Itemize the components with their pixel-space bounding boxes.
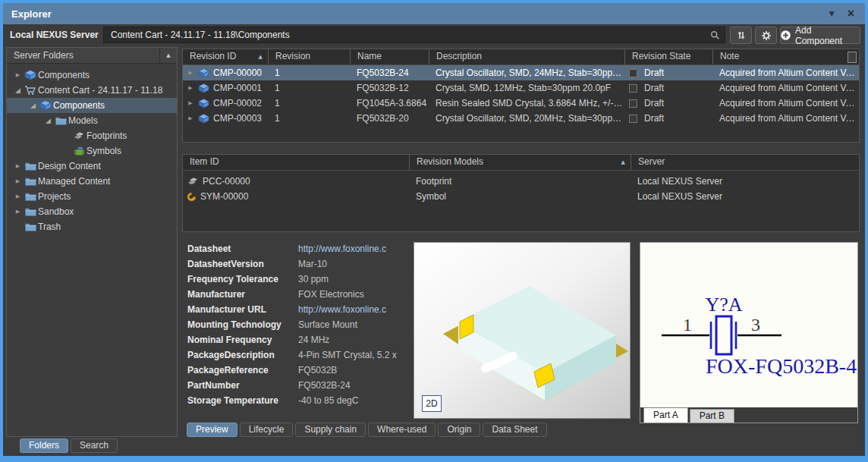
panel-footer-tabs: Folders Search	[20, 438, 118, 453]
property-label: PackageDescription	[182, 350, 298, 360]
models-table: Item ID Revision Models▲ Server PCC-0000…	[182, 154, 860, 232]
tree-item-label: Content Cart - 24.11.17 - 11.18	[38, 85, 162, 96]
property-label: PackageReference	[182, 365, 298, 376]
column-header-revision-models[interactable]: Revision Models▲	[409, 155, 631, 170]
expand-icon[interactable]: ▶	[13, 209, 23, 215]
table-row[interactable]: ▶CMP-00001 1 FQ5032B-12 Crystal, SMD, 12…	[183, 80, 859, 96]
table-row[interactable]: ▶CMP-00002 1 FQ1045A-3.6864 Resin Sealed…	[183, 96, 859, 111]
expand-icon[interactable]: ▶	[13, 178, 23, 184]
expand-icon[interactable]: ▶	[13, 163, 23, 169]
server: Local NEXUS Server	[631, 174, 859, 189]
property-label: Storage Temperature	[182, 395, 298, 406]
tree-item-projects[interactable]: ▶ Projects	[7, 189, 177, 204]
property-value: 24 MHz	[298, 335, 411, 345]
collapse-icon[interactable]: ◢	[13, 86, 23, 94]
revision-id: CMP-00002	[213, 96, 262, 111]
tree-item-models[interactable]: ◢ Models	[7, 113, 177, 128]
breadcrumb-input[interactable]: Content Cart - 24.11.17 - 11.18\Componen…	[103, 27, 725, 43]
property-label: Manufacturer URL	[182, 304, 298, 315]
revision: 1	[268, 80, 350, 96]
tree-item-content-cart[interactable]: ◢ Content Cart - 24.11.17 - 11.18	[7, 83, 177, 98]
expand-icon[interactable]: ▶	[13, 193, 23, 200]
expand-icon[interactable]: ▶	[187, 111, 194, 126]
name: FQ1045A-3.6864	[350, 96, 429, 111]
property-label: Mounting Technology	[182, 319, 298, 330]
table-row[interactable]: ▶CMP-00003 1 FQ5032B-20 Crystal Oscillat…	[183, 111, 859, 126]
settings-button[interactable]	[755, 27, 777, 44]
revision-state-checkbox[interactable]	[629, 115, 637, 123]
server-folders-title: Server Folders	[14, 50, 74, 61]
property-value-link[interactable]: http://www.foxonline.c	[298, 244, 411, 254]
sort-asc-icon: ▲	[259, 50, 263, 64]
tab-part-a[interactable]: Part A	[643, 407, 688, 423]
collapse-panel-icon[interactable]: ▲	[159, 48, 177, 63]
expand-icon[interactable]: ▶	[187, 80, 194, 96]
tree-item-design-content[interactable]: ▶ Design Content	[7, 159, 177, 174]
tree-item-components-selected[interactable]: ◢ Components	[7, 98, 177, 113]
expand-icon[interactable]: ▶	[187, 96, 194, 111]
property-label: DatasheetVersion	[182, 259, 298, 269]
column-header-name[interactable]: Name	[350, 49, 429, 64]
3d-crystal-model	[414, 243, 630, 418]
tree-item-components-root[interactable]: ▶ Components	[7, 68, 177, 83]
tab-preview[interactable]: Preview	[187, 423, 237, 437]
description: Crystal Oscillator, SMD, 20MHz, Stab=30p…	[429, 111, 624, 126]
table-customize-button[interactable]	[848, 52, 857, 63]
3d-preview-viewport[interactable]: 2D	[414, 242, 631, 419]
name: FQ5032B-12	[350, 80, 429, 96]
collapse-icon[interactable]: ◢	[43, 117, 53, 124]
symbol-canvas[interactable]: Y?A 1 3 FOX-FQ5032B-4	[640, 243, 857, 407]
revision-state-checkbox[interactable]	[629, 99, 637, 108]
tree-item-managed-content[interactable]: ▶ Managed Content	[7, 174, 177, 189]
search-icon[interactable]	[710, 30, 720, 40]
tree-item-sandbox[interactable]: ▶ Sandbox	[7, 204, 177, 219]
tab-supply-chain[interactable]: Supply chain	[295, 423, 366, 437]
close-icon[interactable]: ×	[848, 8, 854, 19]
tree-item-label: Design Content	[38, 161, 101, 171]
column-header-revision[interactable]: Revision	[268, 49, 350, 64]
component-icon	[23, 70, 38, 80]
panel-menu-caret-icon[interactable]: ▼	[829, 10, 835, 17]
property-value: FQ5032B	[298, 365, 411, 376]
refresh-button[interactable]	[730, 27, 752, 44]
tree-item-trash[interactable]: Trash	[7, 219, 177, 234]
table-row[interactable]: PCC-00000 Footprint Local NEXUS Server	[183, 174, 859, 189]
property-value: 30 ppm	[298, 274, 411, 284]
tree-item-label: Footprints	[86, 130, 127, 141]
collapse-icon[interactable]: ◢	[28, 102, 38, 109]
revision-state-checkbox[interactable]	[629, 84, 637, 93]
tab-where-used[interactable]: Where-used	[368, 423, 436, 437]
column-header-revision-state[interactable]: Revision State	[624, 49, 712, 64]
tab-part-b[interactable]: Part B	[690, 409, 734, 423]
server-folders-panel: Server Folders ▲ ▶ Components ◢ Content …	[6, 47, 178, 437]
tree-item-label: Symbols	[86, 146, 121, 156]
tab-origin[interactable]: Origin	[438, 423, 480, 437]
column-header-description[interactable]: Description	[429, 49, 624, 64]
revision-state-checkbox[interactable]	[629, 69, 637, 77]
property-value-link[interactable]: http://www.foxonline.c	[298, 304, 411, 315]
table-row[interactable]: ▶CMP-00000 1 FQ5032B-24 Crystal Oscillat…	[183, 65, 859, 80]
expand-icon[interactable]: ▶	[13, 72, 23, 78]
tree-item-symbols[interactable]: Symbols	[7, 143, 177, 159]
tree-item-footprints[interactable]: Footprints	[7, 128, 177, 143]
server-selector[interactable]: Local NEXUS Server ▼	[10, 24, 108, 46]
column-header-note[interactable]: Note	[712, 49, 859, 64]
property-row: Storage Temperature-40 to 85 degC	[182, 393, 411, 408]
column-header-revision-id[interactable]: Revision ID▲	[183, 49, 268, 64]
table-row[interactable]: SYM-00000 Symbol Local NEXUS Server	[183, 189, 859, 204]
tab-lifecycle[interactable]: Lifecycle	[240, 423, 294, 437]
view-mode-2d-button[interactable]: 2D	[422, 395, 442, 412]
expand-icon[interactable]: ▶	[187, 65, 194, 80]
tab-data-sheet[interactable]: Data Sheet	[483, 423, 546, 437]
tab-search[interactable]: Search	[71, 438, 118, 453]
name: FQ5032B-24	[350, 65, 429, 80]
column-header-item-id[interactable]: Item ID	[183, 155, 409, 170]
property-label: PartNumber	[182, 380, 298, 391]
panel-title: Explorer	[3, 8, 52, 20]
note: Acquired from Altium Content Vault	[712, 111, 859, 126]
column-header-server[interactable]: Server	[631, 155, 859, 170]
add-component-button[interactable]: Add Component	[780, 27, 860, 44]
note: Acquired from Altium Content Vault	[712, 96, 859, 111]
tab-folders[interactable]: Folders	[20, 438, 68, 453]
property-row: ManufacturerFOX Electronics	[182, 287, 411, 302]
